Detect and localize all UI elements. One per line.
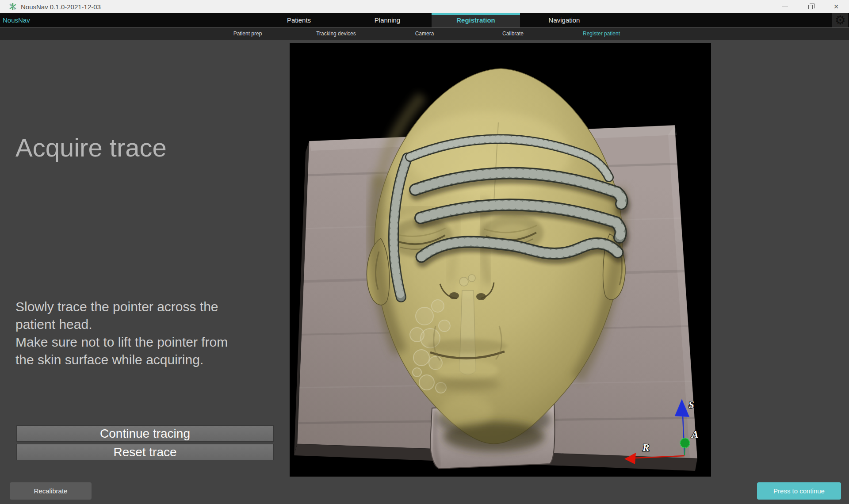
registration-steps: Patient prep Tracking devices Camera Cal… xyxy=(203,28,646,40)
restore-button[interactable] xyxy=(798,0,823,13)
step-camera[interactable]: Camera xyxy=(380,28,469,40)
anterior-axis-dot xyxy=(680,438,690,448)
main-tabs: Patients Planning Registration Navigatio… xyxy=(255,13,608,27)
step-calibrate[interactable]: Calibrate xyxy=(469,28,557,40)
reset-trace-button[interactable]: Reset trace xyxy=(16,444,274,460)
tab-navigation[interactable]: Navigation xyxy=(520,13,608,27)
restore-icon xyxy=(808,5,813,9)
tab-planning[interactable]: Planning xyxy=(343,13,432,27)
3d-viewport[interactable]: S A R xyxy=(290,43,711,477)
registration-step-bar: Patient prep Tracking devices Camera Cal… xyxy=(0,27,849,40)
recalibrate-button[interactable]: Recalibrate xyxy=(10,482,92,500)
instructions-line: the skin surface while acquiring. xyxy=(15,351,228,369)
step-patient-prep[interactable]: Patient prep xyxy=(203,28,292,40)
axis-label-anterior: A xyxy=(691,429,698,440)
app-window: NousNav 0.1.0-2021-12-03 ✕ NousNav Patie… xyxy=(0,0,849,504)
minimize-icon xyxy=(782,7,788,7)
page-title: Acquire trace xyxy=(15,133,167,162)
app-logo-icon xyxy=(9,3,17,11)
close-button[interactable]: ✕ xyxy=(823,0,849,13)
step-tracking-devices[interactable]: Tracking devices xyxy=(292,28,380,40)
continue-tracing-button[interactable]: Continue tracing xyxy=(16,425,274,442)
tab-patients[interactable]: Patients xyxy=(255,13,343,27)
brand-label: NousNav xyxy=(3,13,30,27)
window-controls: ✕ xyxy=(772,0,849,13)
settings-button[interactable]: ⚙ xyxy=(832,13,848,27)
title-bar: NousNav 0.1.0-2021-12-03 ✕ xyxy=(0,0,849,13)
axis-label-right: R xyxy=(642,442,649,453)
gear-icon: ⚙ xyxy=(834,14,845,27)
press-to-continue-button[interactable]: Press to continue xyxy=(757,482,841,500)
minimize-button[interactable] xyxy=(772,0,798,13)
window-title: NousNav 0.1.0-2021-12-03 xyxy=(21,3,101,11)
instructions-line: Make sure not to lift the pointer from xyxy=(15,333,228,351)
instructions-line: Slowly trace the pointer across the xyxy=(15,298,228,316)
step-register-patient[interactable]: Register patient xyxy=(557,28,646,40)
close-icon: ✕ xyxy=(834,4,839,10)
tab-registration[interactable]: Registration xyxy=(432,13,520,27)
main-tab-bar: NousNav Patients Planning Registration N… xyxy=(0,13,849,27)
instructions-text: Slowly trace the pointer across the pati… xyxy=(15,298,228,369)
instructions-line: patient head. xyxy=(15,316,228,333)
axis-label-superior: S xyxy=(688,399,694,410)
